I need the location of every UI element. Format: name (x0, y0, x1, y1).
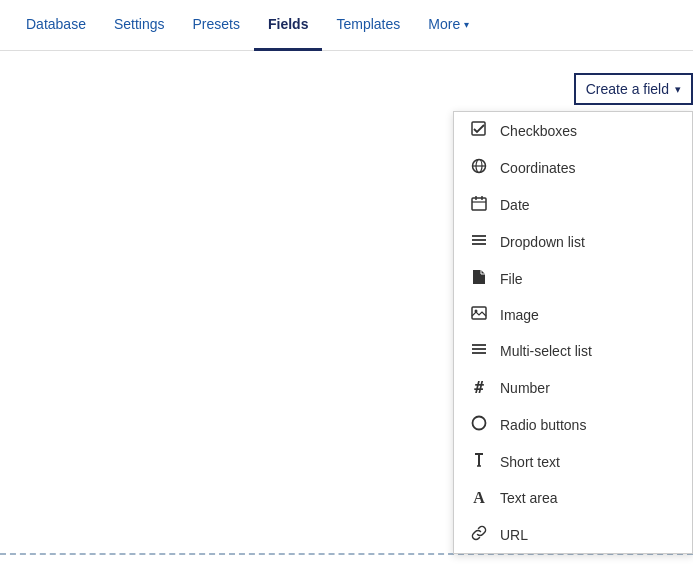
more-label: More (428, 16, 460, 32)
dropdown-list-label: Dropdown list (500, 234, 585, 250)
short-text-icon (470, 452, 488, 471)
number-label: Number (500, 380, 550, 396)
create-field-chevron-icon: ▾ (675, 83, 681, 96)
dropdown-item-number[interactable]: #Number (454, 369, 692, 406)
dropdown-item-coordinates[interactable]: Coordinates (454, 149, 692, 186)
text-area-icon: A (470, 489, 488, 507)
nav-item-presets[interactable]: Presets (179, 0, 254, 51)
coordinates-label: Coordinates (500, 160, 576, 176)
dropdown-list-icon (470, 232, 488, 251)
nav-item-database[interactable]: Database (12, 0, 100, 51)
dropdown-item-short-text[interactable]: Short text (454, 443, 692, 480)
image-icon (470, 306, 488, 323)
nav-item-settings[interactable]: Settings (100, 0, 179, 51)
file-label: File (500, 271, 523, 287)
dropdown-item-file[interactable]: File (454, 260, 692, 297)
top-nav: Database Settings Presets Fields Templat… (0, 0, 693, 51)
checkboxes-label: Checkboxes (500, 123, 577, 139)
nav-item-fields[interactable]: Fields (254, 0, 322, 51)
dropdown-item-date[interactable]: Date (454, 186, 692, 223)
text-area-label: Text area (500, 490, 558, 506)
multi-select-list-icon (470, 341, 488, 360)
short-text-label: Short text (500, 454, 560, 470)
svg-point-16 (473, 417, 486, 430)
dropdown-item-multi-select-list[interactable]: Multi-select list (454, 332, 692, 369)
dropdown-item-url[interactable]: URL (454, 516, 692, 553)
field-type-dropdown: CheckboxesCoordinatesDateDropdown listFi… (453, 111, 693, 554)
coordinates-icon (470, 158, 488, 177)
checkboxes-icon (470, 121, 488, 140)
multi-select-list-label: Multi-select list (500, 343, 592, 359)
date-label: Date (500, 197, 530, 213)
radio-buttons-icon (470, 415, 488, 434)
file-icon (470, 269, 488, 288)
url-label: URL (500, 527, 528, 543)
main-content: Create a field ▾ CheckboxesCoordinatesDa… (0, 51, 693, 573)
nav-item-templates[interactable]: Templates (322, 0, 414, 51)
radio-buttons-label: Radio buttons (500, 417, 586, 433)
date-icon (470, 195, 488, 214)
svg-rect-0 (472, 122, 485, 135)
nav-item-more[interactable]: More ▾ (414, 0, 483, 51)
dashed-border (0, 553, 693, 573)
svg-rect-4 (472, 198, 486, 210)
dropdown-item-dropdown-list[interactable]: Dropdown list (454, 223, 692, 260)
dropdown-item-radio-buttons[interactable]: Radio buttons (454, 406, 692, 443)
image-label: Image (500, 307, 539, 323)
dropdown-item-text-area[interactable]: AText area (454, 480, 692, 516)
number-icon: # (470, 378, 488, 397)
chevron-down-icon: ▾ (464, 19, 469, 30)
dropdown-item-image[interactable]: Image (454, 297, 692, 332)
svg-rect-11 (472, 307, 486, 319)
create-field-label: Create a field (586, 81, 669, 97)
create-field-button[interactable]: Create a field ▾ (574, 73, 693, 105)
dropdown-item-checkboxes[interactable]: Checkboxes (454, 112, 692, 149)
url-icon (470, 525, 488, 544)
